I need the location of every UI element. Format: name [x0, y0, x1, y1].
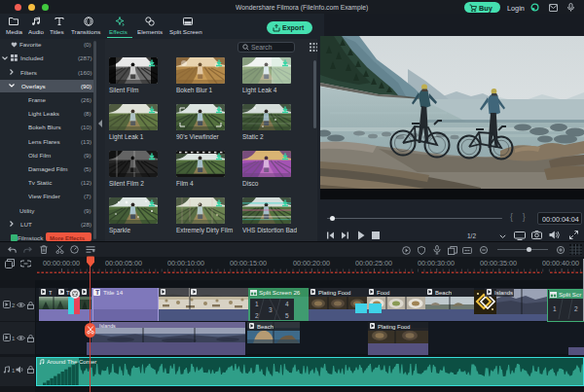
svg-text:3: 3 — [269, 305, 273, 312]
svg-text:1: 1 — [255, 301, 259, 307]
svg-text:2: 2 — [574, 305, 578, 312]
svg-text:2: 2 — [255, 312, 259, 319]
svg-text:1: 1 — [553, 305, 557, 312]
svg-text:5: 5 — [285, 312, 289, 319]
svg-text:4: 4 — [285, 301, 289, 307]
